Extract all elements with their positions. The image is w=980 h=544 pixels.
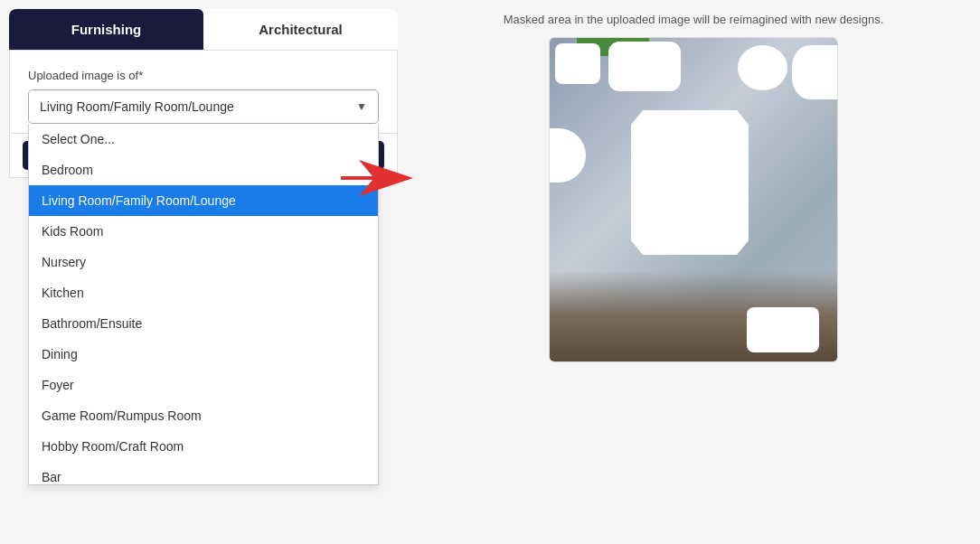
mask-shape-2 bbox=[608, 42, 681, 91]
dropdown-option-dining[interactable]: Dining bbox=[29, 339, 378, 370]
tabs-bar: Furnishing Architectural bbox=[9, 9, 398, 51]
room-background bbox=[550, 38, 837, 361]
left-panel: Furnishing Architectural Uploaded image … bbox=[9, 9, 398, 535]
mask-shape-1 bbox=[555, 43, 600, 84]
dropdown-option-select-one[interactable]: Select One... bbox=[29, 124, 378, 155]
mask-shape-6 bbox=[631, 110, 749, 255]
dropdown-option-living-room[interactable]: Living Room/Family Room/Lounge bbox=[29, 185, 378, 216]
right-panel: Masked area in the uploaded image will b… bbox=[416, 9, 971, 535]
tab-furnishing[interactable]: Furnishing bbox=[9, 9, 203, 50]
mask-shape-3 bbox=[738, 45, 787, 90]
dropdown-option-foyer[interactable]: Foyer bbox=[29, 370, 378, 400]
main-container: Furnishing Architectural Uploaded image … bbox=[0, 0, 980, 544]
image-preview bbox=[549, 37, 838, 362]
mask-shape-4 bbox=[792, 45, 837, 99]
dropdown-option-bedroom[interactable]: Bedroom bbox=[29, 155, 378, 185]
chevron-down-icon: ▼ bbox=[356, 100, 367, 113]
select-value: Living Room/Family Room/Lounge bbox=[40, 99, 234, 114]
image-label: Uploaded image is of* bbox=[28, 69, 379, 82]
dropdown-option-bar[interactable]: Bar bbox=[29, 462, 378, 485]
mask-shape-7 bbox=[747, 307, 819, 352]
dropdown-option-nursery[interactable]: Nursery bbox=[29, 247, 378, 277]
dropdown-option-game-room[interactable]: Game Room/Rumpus Room bbox=[29, 400, 378, 431]
dropdown-option-kitchen[interactable]: Kitchen bbox=[29, 277, 378, 308]
panel-content: Uploaded image is of* Living Room/Family… bbox=[9, 51, 398, 134]
dropdown-option-bathroom[interactable]: Bathroom/Ensuite bbox=[29, 308, 378, 339]
dropdown-option-hobby-room[interactable]: Hobby Room/Craft Room bbox=[29, 431, 378, 462]
select-display[interactable]: Living Room/Family Room/Lounge ▼ bbox=[28, 89, 379, 124]
right-hint-text: Masked area in the uploaded image will b… bbox=[504, 13, 884, 26]
tab-architectural[interactable]: Architectural bbox=[203, 9, 398, 50]
dropdown-option-kids-room[interactable]: Kids Room bbox=[29, 216, 378, 247]
dropdown-list: Select One... Bedroom Living Room/Family… bbox=[28, 124, 379, 485]
select-wrapper: Living Room/Family Room/Lounge ▼ Select … bbox=[28, 89, 379, 124]
mask-shape-5 bbox=[550, 128, 586, 183]
